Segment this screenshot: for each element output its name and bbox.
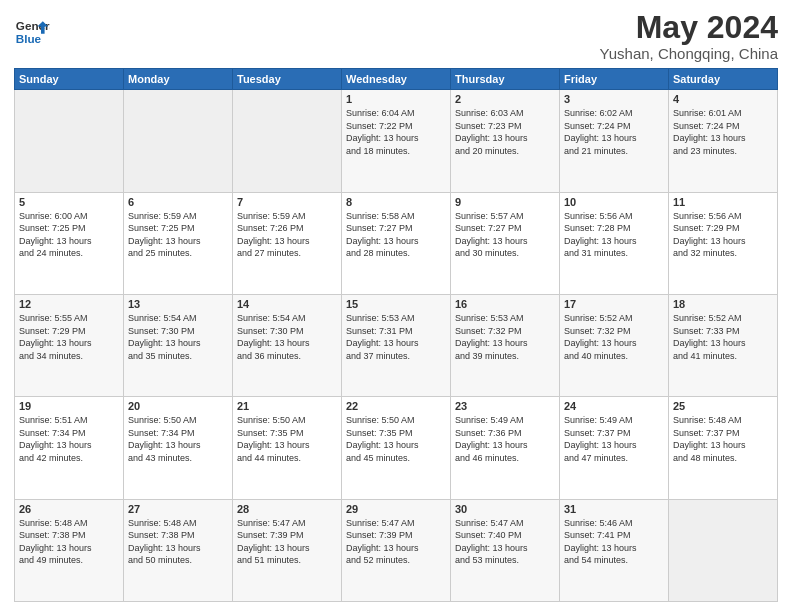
calendar-cell: 9Sunrise: 5:57 AM Sunset: 7:27 PM Daylig… — [451, 192, 560, 294]
day-number: 24 — [564, 400, 664, 412]
day-number: 28 — [237, 503, 337, 515]
day-info: Sunrise: 5:51 AM Sunset: 7:34 PM Dayligh… — [19, 414, 119, 464]
calendar-header: SundayMondayTuesdayWednesdayThursdayFrid… — [15, 69, 778, 90]
day-number: 27 — [128, 503, 228, 515]
day-number: 16 — [455, 298, 555, 310]
calendar-cell: 29Sunrise: 5:47 AM Sunset: 7:39 PM Dayli… — [342, 499, 451, 601]
day-info: Sunrise: 6:04 AM Sunset: 7:22 PM Dayligh… — [346, 107, 446, 157]
calendar-cell: 20Sunrise: 5:50 AM Sunset: 7:34 PM Dayli… — [124, 397, 233, 499]
day-info: Sunrise: 5:50 AM Sunset: 7:34 PM Dayligh… — [128, 414, 228, 464]
calendar-cell — [15, 90, 124, 192]
calendar-cell: 26Sunrise: 5:48 AM Sunset: 7:38 PM Dayli… — [15, 499, 124, 601]
day-number: 31 — [564, 503, 664, 515]
day-number: 25 — [673, 400, 773, 412]
day-info: Sunrise: 5:46 AM Sunset: 7:41 PM Dayligh… — [564, 517, 664, 567]
calendar-cell: 30Sunrise: 5:47 AM Sunset: 7:40 PM Dayli… — [451, 499, 560, 601]
week-row-1: 5Sunrise: 6:00 AM Sunset: 7:25 PM Daylig… — [15, 192, 778, 294]
calendar-cell: 17Sunrise: 5:52 AM Sunset: 7:32 PM Dayli… — [560, 294, 669, 396]
main-title: May 2024 — [600, 10, 778, 45]
week-row-0: 1Sunrise: 6:04 AM Sunset: 7:22 PM Daylig… — [15, 90, 778, 192]
day-number: 12 — [19, 298, 119, 310]
day-header-friday: Friday — [560, 69, 669, 90]
day-info: Sunrise: 5:52 AM Sunset: 7:33 PM Dayligh… — [673, 312, 773, 362]
day-info: Sunrise: 5:54 AM Sunset: 7:30 PM Dayligh… — [237, 312, 337, 362]
day-number: 4 — [673, 93, 773, 105]
day-number: 23 — [455, 400, 555, 412]
day-number: 20 — [128, 400, 228, 412]
day-header-thursday: Thursday — [451, 69, 560, 90]
day-number: 1 — [346, 93, 446, 105]
day-number: 14 — [237, 298, 337, 310]
calendar-cell: 18Sunrise: 5:52 AM Sunset: 7:33 PM Dayli… — [669, 294, 778, 396]
calendar-cell: 21Sunrise: 5:50 AM Sunset: 7:35 PM Dayli… — [233, 397, 342, 499]
day-info: Sunrise: 6:00 AM Sunset: 7:25 PM Dayligh… — [19, 210, 119, 260]
day-number: 7 — [237, 196, 337, 208]
day-number: 19 — [19, 400, 119, 412]
day-number: 26 — [19, 503, 119, 515]
day-number: 22 — [346, 400, 446, 412]
calendar-body: 1Sunrise: 6:04 AM Sunset: 7:22 PM Daylig… — [15, 90, 778, 602]
day-header-monday: Monday — [124, 69, 233, 90]
day-info: Sunrise: 5:50 AM Sunset: 7:35 PM Dayligh… — [237, 414, 337, 464]
week-row-4: 26Sunrise: 5:48 AM Sunset: 7:38 PM Dayli… — [15, 499, 778, 601]
day-number: 10 — [564, 196, 664, 208]
header: General Blue May 2024 Yushan, Chongqing,… — [14, 10, 778, 62]
calendar-cell: 16Sunrise: 5:53 AM Sunset: 7:32 PM Dayli… — [451, 294, 560, 396]
calendar-cell: 22Sunrise: 5:50 AM Sunset: 7:35 PM Dayli… — [342, 397, 451, 499]
calendar-cell: 2Sunrise: 6:03 AM Sunset: 7:23 PM Daylig… — [451, 90, 560, 192]
day-info: Sunrise: 5:48 AM Sunset: 7:38 PM Dayligh… — [128, 517, 228, 567]
day-info: Sunrise: 5:54 AM Sunset: 7:30 PM Dayligh… — [128, 312, 228, 362]
day-info: Sunrise: 5:50 AM Sunset: 7:35 PM Dayligh… — [346, 414, 446, 464]
calendar-cell: 27Sunrise: 5:48 AM Sunset: 7:38 PM Dayli… — [124, 499, 233, 601]
page: General Blue May 2024 Yushan, Chongqing,… — [0, 0, 792, 612]
day-number: 13 — [128, 298, 228, 310]
calendar-cell — [124, 90, 233, 192]
day-info: Sunrise: 5:47 AM Sunset: 7:39 PM Dayligh… — [237, 517, 337, 567]
calendar-cell: 25Sunrise: 5:48 AM Sunset: 7:37 PM Dayli… — [669, 397, 778, 499]
title-block: May 2024 Yushan, Chongqing, China — [600, 10, 778, 62]
day-info: Sunrise: 5:55 AM Sunset: 7:29 PM Dayligh… — [19, 312, 119, 362]
calendar-cell: 12Sunrise: 5:55 AM Sunset: 7:29 PM Dayli… — [15, 294, 124, 396]
calendar-cell: 8Sunrise: 5:58 AM Sunset: 7:27 PM Daylig… — [342, 192, 451, 294]
day-info: Sunrise: 5:49 AM Sunset: 7:37 PM Dayligh… — [564, 414, 664, 464]
day-info: Sunrise: 5:47 AM Sunset: 7:39 PM Dayligh… — [346, 517, 446, 567]
day-info: Sunrise: 5:47 AM Sunset: 7:40 PM Dayligh… — [455, 517, 555, 567]
day-info: Sunrise: 5:59 AM Sunset: 7:25 PM Dayligh… — [128, 210, 228, 260]
calendar-cell: 28Sunrise: 5:47 AM Sunset: 7:39 PM Dayli… — [233, 499, 342, 601]
day-info: Sunrise: 5:52 AM Sunset: 7:32 PM Dayligh… — [564, 312, 664, 362]
day-header-sunday: Sunday — [15, 69, 124, 90]
day-number: 30 — [455, 503, 555, 515]
calendar-cell: 14Sunrise: 5:54 AM Sunset: 7:30 PM Dayli… — [233, 294, 342, 396]
calendar-table: SundayMondayTuesdayWednesdayThursdayFrid… — [14, 68, 778, 602]
calendar-cell: 6Sunrise: 5:59 AM Sunset: 7:25 PM Daylig… — [124, 192, 233, 294]
day-info: Sunrise: 5:53 AM Sunset: 7:31 PM Dayligh… — [346, 312, 446, 362]
calendar-cell — [669, 499, 778, 601]
logo-icon: General Blue — [14, 14, 50, 50]
days-header-row: SundayMondayTuesdayWednesdayThursdayFrid… — [15, 69, 778, 90]
calendar-cell: 3Sunrise: 6:02 AM Sunset: 7:24 PM Daylig… — [560, 90, 669, 192]
day-info: Sunrise: 5:59 AM Sunset: 7:26 PM Dayligh… — [237, 210, 337, 260]
day-info: Sunrise: 5:48 AM Sunset: 7:38 PM Dayligh… — [19, 517, 119, 567]
day-number: 8 — [346, 196, 446, 208]
calendar-cell: 13Sunrise: 5:54 AM Sunset: 7:30 PM Dayli… — [124, 294, 233, 396]
day-number: 9 — [455, 196, 555, 208]
calendar-cell: 10Sunrise: 5:56 AM Sunset: 7:28 PM Dayli… — [560, 192, 669, 294]
day-info: Sunrise: 5:56 AM Sunset: 7:29 PM Dayligh… — [673, 210, 773, 260]
calendar-cell: 24Sunrise: 5:49 AM Sunset: 7:37 PM Dayli… — [560, 397, 669, 499]
calendar-cell: 15Sunrise: 5:53 AM Sunset: 7:31 PM Dayli… — [342, 294, 451, 396]
day-info: Sunrise: 5:49 AM Sunset: 7:36 PM Dayligh… — [455, 414, 555, 464]
day-info: Sunrise: 5:53 AM Sunset: 7:32 PM Dayligh… — [455, 312, 555, 362]
day-info: Sunrise: 5:56 AM Sunset: 7:28 PM Dayligh… — [564, 210, 664, 260]
day-number: 2 — [455, 93, 555, 105]
calendar-cell: 31Sunrise: 5:46 AM Sunset: 7:41 PM Dayli… — [560, 499, 669, 601]
week-row-3: 19Sunrise: 5:51 AM Sunset: 7:34 PM Dayli… — [15, 397, 778, 499]
calendar-cell: 7Sunrise: 5:59 AM Sunset: 7:26 PM Daylig… — [233, 192, 342, 294]
svg-text:Blue: Blue — [16, 32, 42, 45]
calendar-cell: 4Sunrise: 6:01 AM Sunset: 7:24 PM Daylig… — [669, 90, 778, 192]
day-number: 11 — [673, 196, 773, 208]
day-info: Sunrise: 6:02 AM Sunset: 7:24 PM Dayligh… — [564, 107, 664, 157]
day-number: 21 — [237, 400, 337, 412]
day-info: Sunrise: 6:01 AM Sunset: 7:24 PM Dayligh… — [673, 107, 773, 157]
calendar-cell: 23Sunrise: 5:49 AM Sunset: 7:36 PM Dayli… — [451, 397, 560, 499]
day-header-wednesday: Wednesday — [342, 69, 451, 90]
